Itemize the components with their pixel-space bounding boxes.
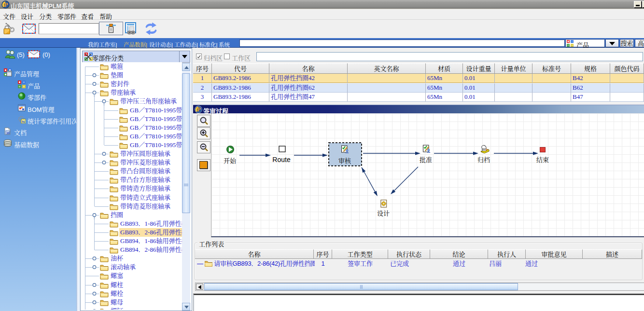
svg-text:P: P [4,1,8,8]
svg-text:N: N [22,120,25,124]
svg-text:W: W [7,131,10,135]
svg-text:P: P [197,106,201,113]
